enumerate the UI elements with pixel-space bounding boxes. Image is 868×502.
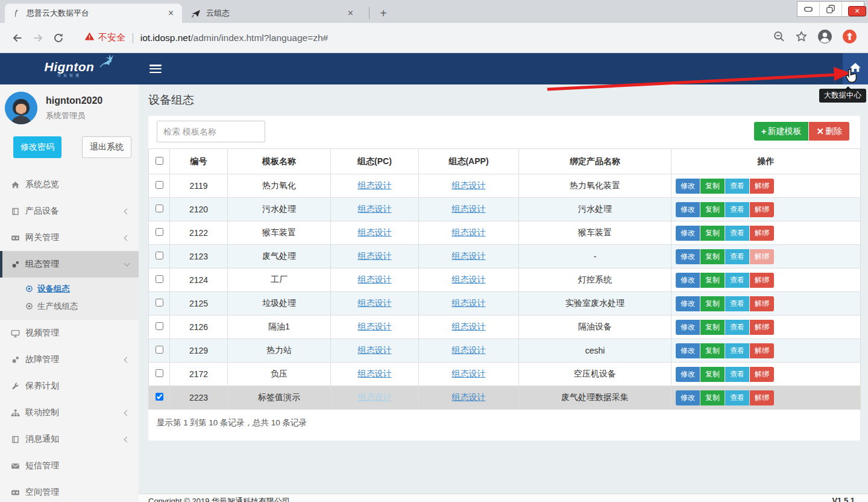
row-checkbox[interactable]	[156, 393, 163, 401]
browser-update-icon[interactable]	[842, 29, 857, 46]
unbind-button[interactable]: 解绑	[750, 390, 774, 405]
unbind-button[interactable]: 解绑	[750, 296, 774, 311]
copy-button[interactable]: 复制	[700, 390, 725, 405]
row-checkbox[interactable]	[156, 322, 163, 330]
pc-config-link[interactable]: 组态设计	[358, 180, 392, 190]
sidebar-item[interactable]: 系统总览	[0, 171, 139, 198]
tab-close-icon[interactable]: ×	[345, 8, 356, 19]
browser-tab[interactable]: 云组态×	[184, 4, 362, 23]
reload-button[interactable]	[48, 28, 69, 48]
unbind-button[interactable]: 解绑	[750, 273, 774, 288]
edit-button[interactable]: 修改	[676, 273, 700, 288]
profile-avatar-icon[interactable]	[817, 29, 832, 46]
bigdata-home-button[interactable]	[843, 53, 868, 84]
view-button[interactable]: 查看	[725, 226, 749, 241]
copy-button[interactable]: 复制	[700, 273, 725, 288]
row-checkbox[interactable]	[156, 346, 163, 354]
edit-button[interactable]: 修改	[676, 343, 700, 358]
back-button[interactable]	[7, 28, 28, 48]
view-button[interactable]: 查看	[725, 320, 749, 335]
row-checkbox[interactable]	[156, 275, 163, 283]
view-button[interactable]: 查看	[725, 179, 749, 194]
app-config-link[interactable]: 组态设计	[452, 322, 486, 331]
sidebar-item[interactable]: 故障管理	[0, 346, 139, 373]
zoom-out-icon[interactable]	[773, 30, 785, 45]
pc-config-link[interactable]: 组态设计	[358, 204, 392, 214]
restore-button[interactable]	[820, 2, 842, 16]
view-button[interactable]: 查看	[725, 202, 749, 217]
copy-button[interactable]: 复制	[700, 202, 725, 217]
app-config-link[interactable]: 组态设计	[452, 204, 486, 214]
forward-button[interactable]	[28, 28, 48, 48]
pc-config-link[interactable]: 组态设计	[358, 227, 392, 237]
edit-button[interactable]: 修改	[676, 249, 700, 264]
row-checkbox[interactable]	[156, 181, 163, 189]
edit-button[interactable]: 修改	[676, 226, 700, 241]
tab-close-icon[interactable]: ×	[166, 8, 176, 19]
sidebar-item[interactable]: 网关管理	[0, 224, 139, 251]
new-template-button[interactable]: +新建模板	[754, 122, 809, 141]
pc-config-link[interactable]: 组态设计	[358, 345, 392, 355]
address-bar[interactable]: 不安全 | iot.idosp.net/admin/index.html?lan…	[84, 31, 773, 44]
unbind-button[interactable]: 解绑	[750, 179, 774, 194]
logout-button[interactable]: 退出系统	[82, 136, 131, 158]
sidebar-item[interactable]: 空间管理	[0, 479, 139, 502]
pc-config-link[interactable]: 组态设计	[358, 322, 392, 331]
view-button[interactable]: 查看	[725, 367, 749, 382]
app-config-link[interactable]: 组态设计	[452, 227, 486, 237]
browser-tab[interactable]: 思普云大数据平台×	[5, 4, 182, 23]
unbind-button[interactable]: 解绑	[750, 320, 774, 335]
edit-button[interactable]: 修改	[676, 390, 700, 405]
close-button-highlight[interactable]: ✕	[848, 6, 866, 16]
view-button[interactable]: 查看	[725, 343, 749, 358]
row-checkbox[interactable]	[156, 299, 163, 307]
sidebar-item[interactable]: 消息通知	[0, 426, 139, 453]
app-config-link[interactable]: 组态设计	[452, 180, 486, 190]
pc-config-link[interactable]: 组态设计	[358, 298, 392, 308]
app-config-link[interactable]: 组态设计	[452, 369, 486, 378]
view-button[interactable]: 查看	[725, 390, 749, 405]
app-config-link[interactable]: 组态设计	[452, 298, 486, 308]
pc-config-link[interactable]: 组态设计	[358, 275, 392, 284]
copy-button[interactable]: 复制	[700, 179, 725, 194]
unbind-button[interactable]: 解绑	[750, 226, 774, 241]
submenu-item[interactable]: 设备组态	[0, 280, 139, 297]
app-config-link[interactable]: 组态设计	[452, 251, 486, 261]
app-config-link[interactable]: 组态设计	[452, 392, 486, 402]
unbind-button[interactable]: 解绑	[750, 343, 774, 358]
app-config-link[interactable]: 组态设计	[452, 275, 486, 284]
sidebar-item[interactable]: 视频管理	[0, 320, 139, 346]
sidebar-item[interactable]: 短信管理	[0, 453, 139, 479]
copy-button[interactable]: 复制	[700, 296, 725, 311]
pc-config-link[interactable]: 组态设计	[358, 251, 392, 261]
sidebar-item[interactable]: 组态管理	[0, 251, 139, 278]
change-password-button[interactable]: 修改密码	[13, 136, 61, 158]
pc-config-link[interactable]: 组态设计	[358, 369, 392, 378]
row-checkbox[interactable]	[156, 228, 163, 236]
copy-button[interactable]: 复制	[700, 320, 725, 335]
select-all-checkbox[interactable]	[156, 157, 163, 165]
app-config-link[interactable]: 组态设计	[452, 345, 486, 355]
url-text[interactable]: iot.idosp.net/admin/index.html?language=…	[140, 33, 329, 43]
row-checkbox[interactable]	[156, 252, 163, 259]
edit-button[interactable]: 修改	[676, 202, 700, 217]
edit-button[interactable]: 修改	[676, 179, 700, 194]
bookmark-star-icon[interactable]	[795, 30, 808, 45]
row-checkbox[interactable]	[156, 369, 163, 377]
sidebar-item[interactable]: 联动控制	[0, 399, 139, 426]
view-button[interactable]: 查看	[725, 249, 749, 264]
unbind-button[interactable]: 解绑	[750, 202, 774, 217]
row-checkbox[interactable]	[156, 205, 163, 212]
new-tab-button[interactable]: +	[375, 5, 392, 22]
view-button[interactable]: 查看	[725, 296, 749, 311]
copy-button[interactable]: 复制	[700, 343, 725, 358]
sidebar-item[interactable]: 产品设备	[0, 198, 139, 224]
unbind-button[interactable]: 解绑	[750, 367, 774, 382]
copy-button[interactable]: 复制	[700, 226, 725, 241]
copy-button[interactable]: 复制	[700, 249, 725, 264]
submenu-item[interactable]: 生产线组态	[0, 297, 139, 315]
edit-button[interactable]: 修改	[676, 320, 700, 335]
sidebar-item[interactable]: 保养计划	[0, 373, 139, 399]
search-input[interactable]	[157, 121, 265, 142]
sidebar-toggle-hamburger-icon[interactable]	[149, 63, 162, 74]
